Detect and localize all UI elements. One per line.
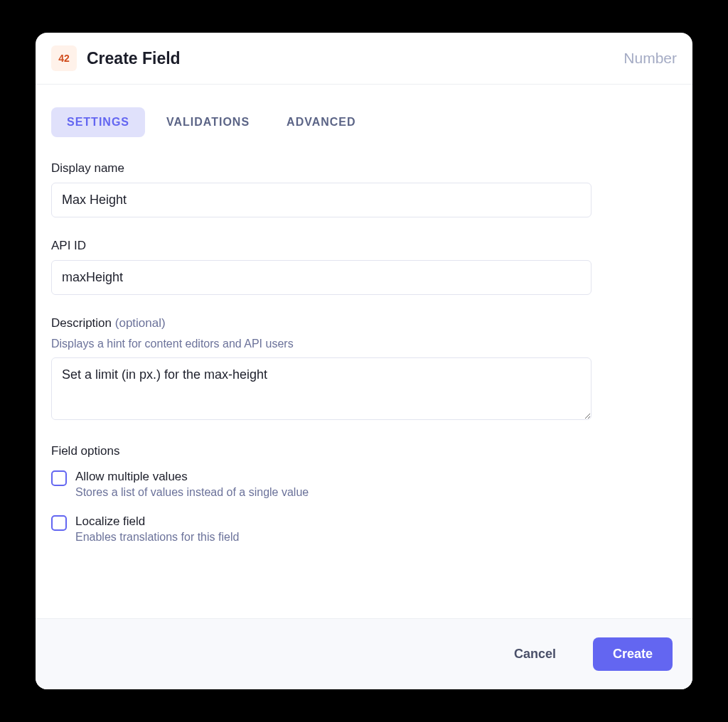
modal-footer: Cancel Create [36, 618, 692, 689]
number-icon: 42 [51, 45, 77, 71]
cancel-button[interactable]: Cancel [494, 637, 576, 671]
allow-multiple-option: Allow multiple values Stores a list of v… [51, 470, 677, 499]
create-field-modal: 42 Create Field Number SETTINGS VALIDATI… [36, 33, 692, 689]
modal-body: SETTINGS VALIDATIONS ADVANCED Display na… [36, 85, 692, 618]
localize-title: Localize field [75, 514, 239, 529]
localize-option: Localize field Enables translations for … [51, 514, 677, 544]
allow-multiple-title: Allow multiple values [75, 470, 309, 484]
description-input[interactable] [51, 357, 592, 420]
field-options-title: Field options [51, 444, 677, 458]
create-button[interactable]: Create [593, 637, 673, 671]
allow-multiple-desc: Stores a list of values instead of a sin… [75, 486, 309, 499]
api-id-label: API ID [51, 239, 677, 253]
api-id-group: API ID [51, 239, 677, 295]
allow-multiple-text: Allow multiple values Stores a list of v… [75, 470, 309, 499]
description-label-text: Description [51, 316, 115, 330]
display-name-label: Display name [51, 161, 677, 176]
description-hint: Displays a hint for content editors and … [51, 338, 677, 350]
description-optional-tag: (optional) [115, 316, 166, 330]
modal-header: 42 Create Field Number [36, 33, 692, 85]
tab-settings[interactable]: SETTINGS [51, 107, 145, 137]
modal-title: Create Field [87, 49, 181, 68]
display-name-group: Display name [51, 161, 677, 217]
description-label: Description (optional) [51, 316, 677, 330]
api-id-input[interactable] [51, 260, 592, 295]
header-left: 42 Create Field [51, 45, 181, 71]
localize-text: Localize field Enables translations for … [75, 514, 239, 544]
tabs: SETTINGS VALIDATIONS ADVANCED [51, 107, 677, 137]
description-group: Description (optional) Displays a hint f… [51, 316, 677, 423]
tab-validations[interactable]: VALIDATIONS [151, 107, 265, 137]
tab-advanced[interactable]: ADVANCED [271, 107, 371, 137]
field-type-label: Number [623, 50, 677, 67]
display-name-input[interactable] [51, 183, 592, 217]
allow-multiple-checkbox[interactable] [51, 470, 67, 486]
localize-checkbox[interactable] [51, 515, 67, 531]
localize-desc: Enables translations for this field [75, 531, 239, 544]
field-options-section: Field options Allow multiple values Stor… [51, 444, 677, 544]
